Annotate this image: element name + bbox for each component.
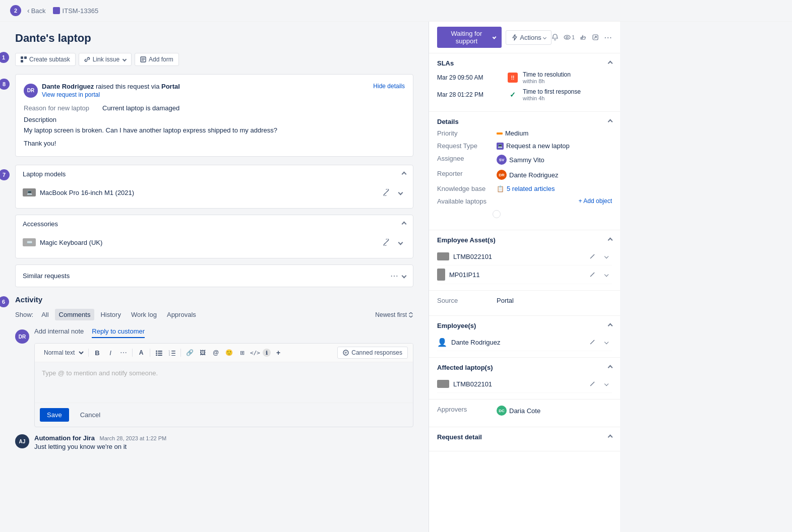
svg-point-18 [343,350,348,355]
back-link[interactable]: ‹ Back [27,7,46,15]
unlink-asset-2-button[interactable] [587,269,598,280]
svg-rect-21 [581,37,582,39]
svg-rect-0 [21,56,23,59]
source-section: Source Portal [429,291,620,316]
cancel-button[interactable]: Cancel [73,408,107,422]
automation-entry: AJ Automation for Jira March 28, 2023 at… [15,434,413,450]
unlink-affected-button[interactable] [587,378,598,389]
request-type-icon: 💻 [497,143,504,150]
affected-laptops-header[interactable]: Affected laptop(s) [437,364,612,371]
canned-responses-button[interactable]: Canned responses [337,347,408,359]
svg-point-6 [156,350,157,352]
unlink-laptop-button[interactable] [381,187,392,198]
laptop-models-header[interactable]: Laptop models [16,165,413,183]
create-subtask-button[interactable]: Create subtask [15,53,76,66]
format-select[interactable]: Normal text [40,348,85,358]
tab-history[interactable]: History [96,309,125,320]
tab-comments[interactable]: Comments [55,309,95,320]
svg-rect-1 [24,56,27,59]
code-button[interactable]: </> [250,347,261,358]
reply-tabs: Add internal note Reply to customer [34,327,413,338]
like-button[interactable] [580,34,587,41]
status-button[interactable]: Waiting for support [437,27,502,48]
issue-chip[interactable]: ITSM-13365 [53,7,99,15]
portal-link[interactable]: Portal [161,83,180,90]
tab-approvals[interactable]: Approvals [163,309,200,320]
share-icon [592,34,599,41]
editor-body[interactable]: Type @ to mention and notify someone. [35,362,413,403]
watch-button[interactable]: 1 [564,34,575,41]
canned-icon [343,350,349,356]
expand-employee-button[interactable] [601,337,612,348]
svg-rect-9 [158,353,162,354]
more-options-button[interactable]: + [273,347,284,358]
hide-details-button[interactable]: Hide details [373,83,405,90]
image-button[interactable]: 🖼 [197,347,208,358]
callout-8: 8 [0,79,10,90]
breadcrumb-bar: 2 ‹ Back ITSM-13365 [0,0,792,22]
unlink-asset-1-button[interactable] [587,251,598,262]
add-form-button[interactable]: Add form [135,53,179,66]
mention-button[interactable]: @ [210,347,221,358]
info-button[interactable]: ℹ [263,349,271,357]
numbered-list-button[interactable]: 1.2.3. [166,347,177,358]
activity-section: 6 Activity Show: All Comments History Wo… [15,295,413,450]
text-color-button[interactable]: A [136,347,147,358]
expand-asset-1-button[interactable] [601,251,612,262]
add-object-button[interactable]: + Add object [579,197,612,205]
sla-item-2: Mar 28 01:22 PM ✓ Time to first response… [437,88,612,101]
svg-line-25 [590,340,594,344]
knowledge-base-row: Knowledge base 📋 5 related articles [437,185,612,192]
description-section: Description My laptop screen is broken. … [24,116,405,148]
collapse-icon [402,172,407,177]
tab-all[interactable]: All [37,309,52,320]
save-button[interactable]: Save [40,408,69,422]
request-detail-header[interactable]: Request detail [437,433,612,441]
share-button[interactable] [592,34,599,41]
more-options-button[interactable]: ⋯ [604,33,612,42]
more-format-button[interactable]: ⋯ [118,347,129,358]
sla-section-header[interactable]: SLAs [437,59,612,67]
link-issue-button[interactable]: Link issue [79,53,132,66]
bullet-list-button[interactable] [153,347,164,358]
employee-assets-header[interactable]: Employee Asset(s) [437,236,612,244]
unlink-employee-button[interactable] [587,337,598,348]
activity-title: Activity [15,295,413,304]
details-section-header[interactable]: Details [437,118,612,125]
accessories-header[interactable]: Accessories [16,215,413,233]
requester-avatar: DR [24,84,38,98]
svg-point-20 [566,36,568,38]
table-button[interactable]: ⊞ [236,347,248,358]
similar-more-icon[interactable]: ⋯ [390,271,398,281]
tab-worklog[interactable]: Work log [127,309,161,320]
reply-customer-tab[interactable]: Reply to customer [92,327,145,338]
add-internal-note-tab[interactable]: Add internal note [34,327,84,338]
bold-button[interactable]: B [92,347,103,358]
expand-affected-button[interactable] [601,378,612,389]
sort-button[interactable]: Newest first [375,311,413,318]
svg-rect-2 [21,60,23,62]
employees-collapse-icon [608,323,613,328]
employee-icon: 👤 [437,338,447,347]
italic-button[interactable]: I [105,347,116,358]
expand-asset-2-button[interactable] [601,269,612,280]
callout-6: 6 [0,296,9,307]
actions-button[interactable]: Actions [506,30,552,45]
link-icon [84,56,90,62]
status-chevron-icon [492,35,496,39]
unlink-accessory-button[interactable] [381,237,392,248]
similar-requests-header[interactable]: Similar requests ⋯ [16,265,413,287]
employees-header[interactable]: Employee(s) [437,322,612,329]
priority-row: Priority Medium [437,129,612,137]
svg-rect-13 [171,351,175,352]
svg-rect-7 [158,351,162,352]
expand-accessory-button[interactable] [395,237,406,248]
link-button[interactable]: 🔗 [184,347,195,358]
expand-similar-icon[interactable] [402,274,407,279]
expand-laptop-button[interactable] [395,187,406,198]
view-portal-link[interactable]: View request in portal [42,91,180,98]
emoji-button[interactable]: 🙂 [223,347,234,358]
laptop-models-section: 7 Laptop models 💻 MacBook Pro 16-inch M1… [15,165,413,209]
bell-button[interactable] [552,34,559,41]
divider-1 [88,349,89,357]
